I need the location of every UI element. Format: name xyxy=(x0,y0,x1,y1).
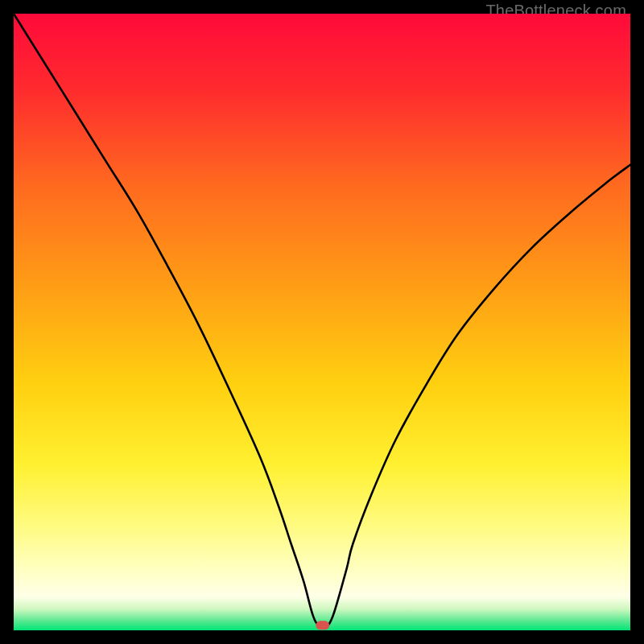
plot-area xyxy=(14,14,630,630)
current-point-marker xyxy=(316,621,329,630)
chart-frame: TheBottleneck.com xyxy=(0,0,644,644)
bottleneck-chart xyxy=(14,14,630,630)
gradient-background xyxy=(14,14,630,630)
